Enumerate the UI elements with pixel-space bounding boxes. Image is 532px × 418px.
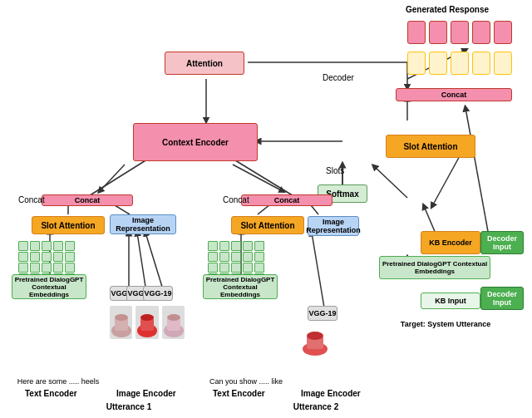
- dec-box-2: [429, 52, 447, 75]
- context-encoder-label: Context Encoder: [162, 138, 229, 147]
- te-box: [219, 263, 229, 273]
- dec-box-3: [451, 52, 469, 75]
- svg-line-24: [466, 108, 490, 245]
- svg-line-14: [374, 166, 407, 198]
- gen-box-2: [429, 21, 447, 44]
- kb-encoder-label: KB Encoder: [429, 239, 472, 247]
- decoder-input-bottom: Decoder Input: [480, 287, 524, 310]
- slot-attention-top-label: Slot Attention: [403, 142, 457, 151]
- image-encoder-2-label: Image Encoder: [301, 389, 361, 398]
- decoder-input-top: Decoder Input: [480, 231, 524, 254]
- te-box: [65, 241, 75, 251]
- gen-box-5: [494, 21, 512, 44]
- concat-left-text: Concat: [18, 195, 45, 204]
- te-box: [243, 263, 253, 273]
- te-box: [18, 241, 28, 251]
- kb-encoder-box: KB Encoder: [421, 231, 480, 254]
- words-1: Here are some ..... heels: [8, 377, 108, 386]
- concat-left-label: Concat: [75, 196, 101, 204]
- pretrained-1-label: Pretrained DialogGPT Contextual Embeddin…: [12, 276, 86, 298]
- shoe-img-1: [110, 306, 132, 339]
- slot-attention-left: Slot Attention: [32, 216, 105, 234]
- svg-point-38: [307, 332, 323, 340]
- decoder-input-top-label: Decoder Input: [481, 234, 523, 251]
- te-box: [219, 241, 229, 251]
- vgg-3: VGG-19: [143, 286, 173, 301]
- svg-line-1: [100, 165, 125, 191]
- te-box: [208, 241, 218, 251]
- utterance-1-label: Utterance 1: [87, 402, 170, 411]
- te-box: [53, 263, 63, 273]
- image-rep-left: Image Representation: [110, 214, 176, 234]
- gen-box-1: [407, 21, 426, 44]
- pretrained-3-label: Pretrained DialogGPT Contextual Embeddin…: [380, 260, 490, 275]
- te-box: [53, 241, 63, 251]
- generated-response-label: Generated Response: [397, 5, 497, 14]
- te-box: [231, 252, 241, 262]
- shoe-img-3: [162, 306, 185, 339]
- pretrained-2: Pretrained DialogGPT Contextual Embeddin…: [203, 274, 278, 299]
- image-rep-right-label: Image Representation: [306, 218, 361, 234]
- decoder-input-bottom-label: Decoder Input: [481, 290, 523, 307]
- text-encoder-2-label: Text Encoder: [213, 389, 265, 398]
- shoe-img-2: [135, 306, 158, 339]
- shoe-images-left: [110, 306, 185, 342]
- te-box: [18, 252, 28, 262]
- svg-line-22: [312, 233, 324, 307]
- dec-box-5: [494, 52, 512, 75]
- concat-top-label: Concat: [441, 91, 467, 99]
- te-box: [231, 241, 241, 251]
- svg-point-35: [167, 314, 180, 321]
- te-box: [231, 263, 241, 273]
- te-box: [243, 252, 253, 262]
- te-box: [254, 252, 264, 262]
- slot-attention-right-label: Slot Attention: [240, 221, 294, 230]
- context-encoder-box: Context Encoder: [133, 123, 258, 161]
- slots-label: Slots: [326, 166, 344, 175]
- attention-box: Attention: [165, 52, 244, 75]
- kb-input-label: KB Input: [435, 297, 466, 305]
- image-rep-left-label: Image Representation: [111, 216, 175, 233]
- te-box: [65, 263, 75, 273]
- slot-attention-left-label: Slot Attention: [41, 221, 95, 230]
- target-system-label: Target: System Utterance: [379, 320, 512, 328]
- svg-point-32: [140, 314, 154, 321]
- te-box: [18, 263, 28, 273]
- te-box: [208, 252, 218, 262]
- text-encoder-1-label: Text Encoder: [25, 389, 77, 398]
- te-box: [30, 241, 40, 251]
- slot-attention-right: Slot Attention: [231, 216, 304, 234]
- pretrained-1: Pretrained DialogGPT Contextual Embeddin…: [12, 274, 86, 299]
- te-box: [42, 241, 52, 251]
- gen-box-4: [472, 21, 490, 44]
- te-box: [219, 252, 229, 262]
- svg-point-29: [115, 314, 128, 321]
- gen-box-3: [451, 21, 469, 44]
- shoe-image-right: [301, 324, 329, 357]
- concat-top-right: Concat: [396, 88, 512, 101]
- pretrained-2-label: Pretrained DialogGPT Contextual Embeddin…: [204, 276, 277, 298]
- te-box: [42, 263, 52, 273]
- image-encoder-1-label: Image Encoder: [116, 389, 176, 398]
- svg-line-21: [145, 233, 162, 287]
- te-box: [30, 252, 40, 262]
- image-rep-right: Image Representation: [308, 216, 359, 236]
- te-box: [30, 263, 40, 273]
- vgg-4: VGG-19: [308, 306, 337, 321]
- decoder-label: Decoder: [323, 73, 354, 82]
- pretrained-3: Pretrained DialogGPT Contextual Embeddin…: [379, 256, 490, 279]
- te-box: [254, 241, 264, 251]
- te-box: [243, 241, 253, 251]
- te-box: [254, 263, 264, 273]
- concat-left: Concat: [42, 194, 133, 206]
- te-box: [208, 263, 218, 273]
- te-box: [42, 252, 52, 262]
- concat-right-text: Concat: [223, 195, 249, 204]
- te-box: [53, 252, 63, 262]
- concat-right-label: Concat: [274, 196, 300, 204]
- svg-line-2: [233, 165, 283, 191]
- svg-line-20: [137, 233, 145, 287]
- words-2: Can you show ..... like: [196, 377, 296, 386]
- concat-right: Concat: [241, 194, 332, 206]
- te-box: [65, 252, 75, 262]
